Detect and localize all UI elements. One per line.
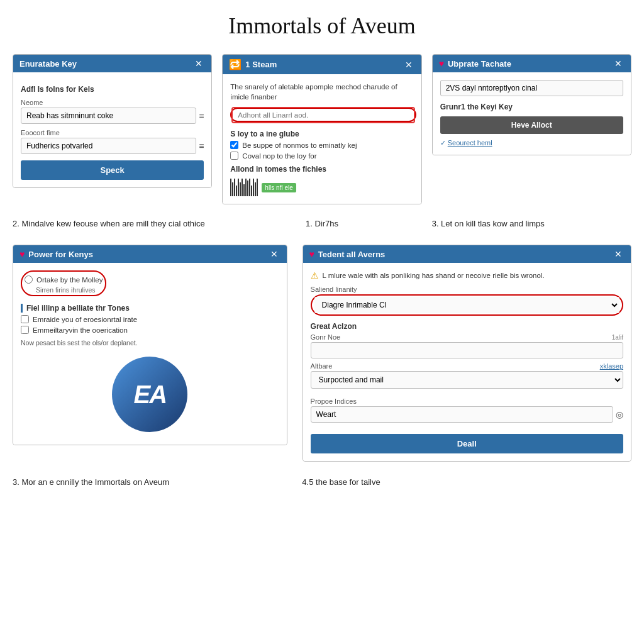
ea-logo-circle: EA bbox=[112, 357, 187, 432]
dialog2-section2: Allond in tomes the fichies bbox=[230, 165, 413, 174]
dialog1-input1-row: ≡ bbox=[21, 108, 204, 124]
dialog-tedent: ♥ Tedent all Averns ✕ ⚠ L mlure wale wit… bbox=[303, 245, 631, 462]
caption2-col: 1. Dir7hs bbox=[222, 218, 421, 230]
dialog1-input2[interactable] bbox=[21, 138, 196, 154]
caption5-text: 4.5 the base for tailve bbox=[302, 477, 631, 488]
dialog3-button-area: Heve Alloct bbox=[440, 116, 623, 134]
dialog1-label1: Adfl Is folns for Kels bbox=[21, 85, 204, 94]
info-icon: ⚠ bbox=[311, 270, 319, 280]
dialog1-input1[interactable] bbox=[21, 108, 196, 124]
dialog2-checkbox1-row: Be suppe of nonmos to eminatly kej bbox=[230, 141, 413, 149]
heart-icon-3: ♥ bbox=[309, 249, 314, 259]
dialog5-field3-row: ◎ bbox=[311, 406, 623, 423]
dialog4-radio-sub: Sirren firins ihrulives bbox=[25, 286, 103, 294]
dialog1-sublabel1: Neome bbox=[21, 99, 204, 106]
dialog3-header: ♥ Ubprate Tachate ✕ bbox=[433, 55, 631, 72]
dialog1-input2-row: ≡ bbox=[21, 138, 204, 154]
bottom-dialog-row: ♥ Power for Kenys ✕ Ortake by the Molley… bbox=[13, 245, 631, 462]
dialog4-radio1[interactable] bbox=[25, 275, 33, 284]
main-layout: Enuratabe Key ✕ Adfl Is folns for Kels N… bbox=[13, 54, 631, 489]
caption5-col: 4.5 the base for tailve bbox=[302, 477, 631, 488]
dialog2-checkbox2-row: Coval nop to the loy for bbox=[230, 152, 413, 160]
dialog2-section: S loy to a ine glube bbox=[230, 130, 413, 138]
dialog5-desc-row: ⚠ L mlure wale with als ponliking has sh… bbox=[311, 270, 623, 280]
dialog3-section: Grunr1 the Keyi Key bbox=[440, 103, 623, 111]
dialog-steam: 🔁 1 Steam ✕ The snarely of aletable apom… bbox=[222, 54, 421, 204]
dialog5-field1-input[interactable] bbox=[311, 342, 623, 358]
page-title: Immortals of Aveum bbox=[13, 13, 631, 39]
caption1-text: 2. Mindalve kew feouse when are mill the… bbox=[13, 218, 212, 230]
dialog3-header-left: ♥ Ubprate Tachate bbox=[439, 58, 511, 69]
top-dialog-row: Enuratabe Key ✕ Adfl Is folns for Kels N… bbox=[13, 54, 631, 204]
dialog2-close-button[interactable]: ✕ bbox=[402, 60, 415, 70]
dialog3-link[interactable]: Seourect heml bbox=[448, 139, 492, 147]
dialog5-select-oval: Diagre Inrimable Cl bbox=[311, 294, 623, 316]
caption4-col: 3. Mor an e cnnilly the Immortals on Ave… bbox=[13, 477, 287, 488]
dialog5-select-label: Saliend linanity bbox=[311, 286, 623, 293]
dialog4-close-button[interactable]: ✕ bbox=[268, 249, 280, 259]
dialog5-close-button[interactable]: ✕ bbox=[612, 249, 625, 259]
heart-icon-2: ♥ bbox=[19, 249, 25, 259]
dialog5-header: ♥ Tedent all Averns ✕ bbox=[303, 245, 631, 263]
dialog2-header: 🔁 1 Steam ✕ bbox=[223, 55, 421, 74]
dialog2-checkbox2-label: Coval nop to the loy for bbox=[242, 152, 316, 160]
dialog3-have-alloct-button[interactable]: Heve Alloct bbox=[440, 116, 623, 134]
dialog4-checkbox1-label: Emraide you of eroesionrtal irate bbox=[33, 316, 137, 323]
dialog1-speck-button[interactable]: Speck bbox=[21, 160, 204, 180]
dialog2-title: 1 Steam bbox=[245, 60, 277, 69]
dialog4-checkbox1-row: Emraide you of eroesionrtal irate bbox=[21, 315, 279, 323]
dialog5-field3-input[interactable] bbox=[311, 406, 613, 423]
dialog5-select[interactable]: Diagre Inrimable Cl bbox=[314, 297, 619, 313]
caption1-col: 2. Mindalve kew feouse when are mill the… bbox=[13, 218, 212, 230]
dialog5-field1-row: Gonr Noe 1alif bbox=[311, 333, 623, 341]
dialog1-label2: Eoocort fime bbox=[21, 129, 204, 136]
dialog4-note: Now pesact bis sest the ols/or deplanet. bbox=[21, 339, 279, 347]
dialog2-input[interactable] bbox=[231, 107, 414, 123]
dialog2-checkbox1-label: Be suppe of nonmos to eminatly kej bbox=[242, 142, 357, 149]
dialog2-header-left: 🔁 1 Steam bbox=[229, 58, 277, 70]
dialog4-header: ♥ Power for Kenys ✕ bbox=[13, 245, 287, 263]
steam-icon: 🔁 bbox=[229, 58, 242, 70]
caption3-col: 3. Let on kill tlas kow and limps bbox=[432, 218, 631, 230]
dialog1-header-left: Enuratabe Key bbox=[19, 59, 77, 69]
dialog5-field2-link[interactable]: xklasep bbox=[600, 362, 623, 370]
dialog5-header-left: ♥ Tedent all Averns bbox=[309, 249, 386, 259]
dialog-power: ♥ Power for Kenys ✕ Ortake by the Molley… bbox=[13, 245, 287, 445]
dialog2-barcode bbox=[230, 179, 258, 196]
dialog5-field1-right: 1alif bbox=[612, 334, 623, 341]
heart-icon: ♥ bbox=[439, 58, 444, 69]
dialog2-barcode-label: hlls nfl ele bbox=[262, 183, 296, 192]
dialog5-body: ⚠ L mlure wale with als ponliking has sh… bbox=[303, 263, 631, 461]
dialog-enuratabe-key: Enuratabe Key ✕ Adfl Is folns for Kels N… bbox=[13, 54, 212, 188]
caption3-text: 3. Let on kill tlas kow and limps bbox=[432, 218, 631, 230]
dialog1-close-button[interactable]: ✕ bbox=[192, 58, 205, 69]
top-captions-row: 2. Mindalve kew feouse when are mill the… bbox=[13, 218, 631, 230]
dialog2-body: The snarely of aletable apomple mechod c… bbox=[223, 74, 421, 204]
dialog2-input-highlight bbox=[230, 108, 416, 122]
dialog2-description: The snarely of aletable apomple mechod c… bbox=[230, 82, 413, 102]
dialog5-deal-button[interactable]: Deall bbox=[311, 434, 623, 453]
dialog5-select2[interactable]: Surpocted and mail bbox=[311, 371, 623, 389]
dialog4-checkbox1[interactable] bbox=[21, 315, 29, 323]
dialog4-checkbox2[interactable] bbox=[21, 326, 29, 334]
dialog5-field2-row: Altbare xklasep bbox=[311, 362, 623, 370]
dialog1-input2-icon: ≡ bbox=[199, 141, 204, 151]
caption2-text: 1. Dir7hs bbox=[222, 218, 421, 230]
dialog3-close-button[interactable]: ✕ bbox=[612, 58, 625, 69]
caption4-text: 3. Mor an e cnnilly the Immortals on Ave… bbox=[13, 477, 287, 488]
dialog2-checkbox2[interactable] bbox=[230, 152, 238, 160]
dialog4-radio1-row: Ortake by the Molley bbox=[25, 275, 103, 284]
dialog3-link-area: ✓ Seourect heml bbox=[440, 138, 623, 147]
bottom-captions-row: 3. Mor an e cnnilly the Immortals on Ave… bbox=[13, 477, 631, 488]
dialog4-header-left: ♥ Power for Kenys bbox=[19, 249, 93, 259]
dialog5-section: Great Aclzon bbox=[311, 322, 623, 331]
dialog4-radio1-label: Ortake by the Molley bbox=[36, 276, 103, 284]
ea-logo-text: EA bbox=[133, 380, 166, 409]
dialog5-field3-label: Propoe Indices bbox=[311, 397, 623, 405]
dialog4-section: Fiel illinp a belliate thr Tones bbox=[21, 304, 279, 313]
dialog3-input[interactable] bbox=[440, 80, 623, 96]
dialog-ubprate: ♥ Ubprate Tachate ✕ Grunr1 the Keyi Key … bbox=[432, 54, 631, 155]
dialog5-title: Tedent all Averns bbox=[318, 250, 385, 259]
dialog2-checkbox1[interactable] bbox=[230, 141, 238, 149]
dialog4-checkbox2-label: Emmeiltaryvin the ooerication bbox=[33, 326, 128, 334]
